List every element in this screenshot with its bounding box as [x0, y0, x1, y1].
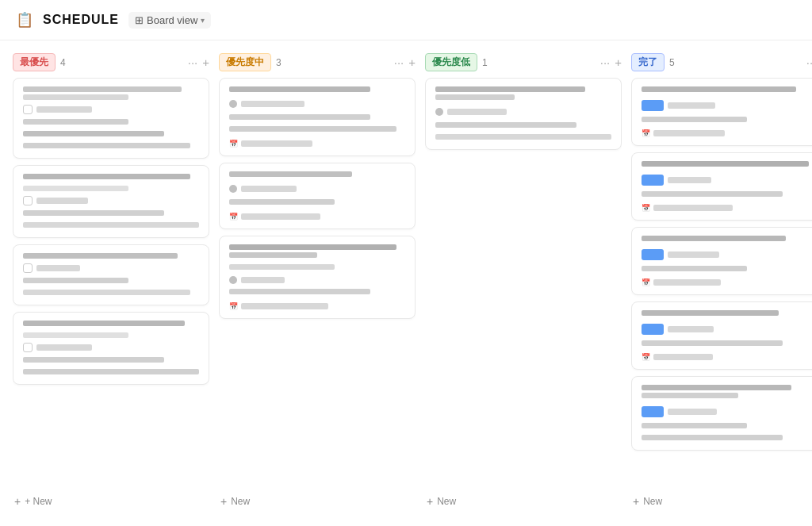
card-m1: 📅 — [219, 78, 416, 156]
kanban-board: 最優先 4 ··· + — [0, 40, 812, 525]
card-d2-date — [653, 205, 733, 211]
card-d2: 📅 — [631, 152, 812, 221]
card-d5-blue-tag — [642, 406, 664, 417]
card-d4-title — [642, 310, 779, 316]
card-d3-date — [653, 279, 721, 286]
view-label: Board view — [147, 14, 197, 26]
card-m2: 📅 — [219, 163, 416, 229]
card-m3-line2 — [229, 289, 370, 294]
plus-icon-done: + — [633, 495, 639, 508]
card-m2-dot — [229, 185, 237, 193]
column-header-low: 優先度低 1 ··· + — [425, 53, 622, 71]
card-d4-blue-tag — [642, 324, 664, 335]
column-more-highest[interactable]: ··· — [188, 56, 198, 68]
cards-low — [425, 78, 622, 487]
card-d5 — [631, 376, 812, 451]
card-l1-line1 — [435, 122, 576, 128]
card-m1-line1 — [229, 114, 370, 120]
cards-done: 📅 📅 — [631, 78, 812, 487]
view-switcher[interactable]: ⊞ Board view ▾ — [128, 12, 211, 29]
calendar-icon-d3: 📅 — [642, 278, 650, 286]
column-add-highest[interactable]: + — [202, 56, 209, 68]
add-new-highest[interactable]: + + New — [13, 490, 209, 513]
card-h4-line3 — [23, 369, 199, 374]
card-m1-dot — [229, 100, 237, 108]
plus-icon-medium: + — [220, 495, 227, 508]
card-m1-meta1 — [241, 101, 304, 107]
new-label-highest: + New — [25, 496, 52, 507]
calendar-icon-m1: 📅 — [229, 140, 238, 148]
column-more-low[interactable]: ··· — [600, 56, 611, 68]
card-d3-title — [642, 236, 786, 241]
column-label-highest: 最優先 — [13, 53, 56, 71]
card-h4-line1 — [23, 332, 128, 338]
card-d1-blue-tag — [642, 100, 664, 111]
card-d5-line1 — [642, 423, 747, 428]
card-m2-date — [241, 213, 320, 220]
card-d2-title — [642, 161, 809, 167]
column-header-highest: 最優先 4 ··· + — [13, 53, 209, 71]
column-add-medium[interactable]: + — [408, 56, 416, 68]
card-d3-meta1 — [668, 251, 719, 258]
new-label-medium: New — [231, 496, 250, 507]
card-d1-meta1 — [668, 102, 715, 109]
app-header: 📋 SCHEDULE ⊞ Board view ▾ — [0, 0, 812, 40]
column-medium-priority: 優先度中 3 ··· + 📅 — [219, 53, 416, 513]
card-m3-title — [229, 244, 396, 250]
card-d3: 📅 — [631, 227, 812, 295]
add-new-low[interactable]: + New — [425, 490, 622, 513]
card-m2-line1 — [229, 199, 335, 205]
board-view-icon: ⊞ — [135, 14, 144, 26]
card-h3-meta1 — [36, 265, 80, 271]
card-m3-line1 — [229, 264, 335, 270]
card-d2-meta1 — [668, 177, 711, 183]
new-label-low: New — [437, 496, 456, 507]
card-d5-title — [642, 385, 791, 390]
card-d1-line1 — [642, 117, 747, 122]
schedule-icon: 📋 — [16, 11, 33, 29]
card-d1-date — [653, 130, 725, 136]
card-l1-meta1 — [447, 109, 507, 115]
card-d1-title — [642, 86, 796, 92]
card-h1-line1 — [23, 119, 128, 125]
card-h3-line1 — [23, 278, 128, 283]
card-d4-meta1 — [668, 326, 714, 332]
card-h3-line2 — [23, 290, 190, 295]
column-highest-priority: 最優先 4 ··· + — [13, 53, 209, 513]
card-h1-line3 — [23, 143, 190, 148]
card-d4-date — [653, 354, 713, 360]
card-h3-checkbox[interactable] — [23, 263, 33, 273]
card-h3 — [13, 244, 209, 305]
column-add-low[interactable]: + — [615, 56, 622, 68]
column-more-done[interactable]: ··· — [806, 56, 812, 68]
column-count-medium: 3 — [276, 57, 389, 68]
column-count-highest: 4 — [60, 57, 183, 68]
card-h1-meta1 — [36, 106, 92, 113]
calendar-icon-d1: 📅 — [642, 129, 650, 137]
card-h4-checkbox[interactable] — [23, 343, 33, 352]
card-d4: 📅 — [631, 301, 812, 370]
column-header-done: 完了 5 ··· + — [631, 53, 812, 71]
card-h1-checkbox[interactable] — [23, 105, 33, 114]
card-l1-title — [435, 86, 585, 92]
chevron-down-icon: ▾ — [201, 16, 205, 25]
card-h1-subtitle — [23, 94, 128, 100]
card-m1-line2 — [229, 126, 396, 132]
column-header-medium: 優先度中 3 ··· + — [219, 53, 416, 71]
column-more-medium[interactable]: ··· — [394, 56, 404, 68]
card-l1-dot — [435, 108, 443, 116]
column-count-low: 1 — [482, 57, 596, 68]
add-new-done[interactable]: + New — [631, 490, 812, 513]
card-h2-checkbox[interactable] — [23, 196, 33, 205]
card-h4 — [13, 312, 209, 385]
card-m2-title — [229, 171, 352, 177]
cards-medium: 📅 📅 — [219, 78, 416, 487]
calendar-icon-d4: 📅 — [642, 353, 650, 361]
card-h4-meta1 — [36, 344, 92, 351]
add-new-medium[interactable]: + New — [219, 490, 416, 513]
card-h1-title — [23, 86, 182, 92]
card-h2-title — [23, 174, 190, 179]
card-h1 — [13, 78, 209, 159]
calendar-icon-d2: 📅 — [642, 204, 650, 212]
column-low-priority: 優先度低 1 ··· + — [425, 53, 622, 513]
